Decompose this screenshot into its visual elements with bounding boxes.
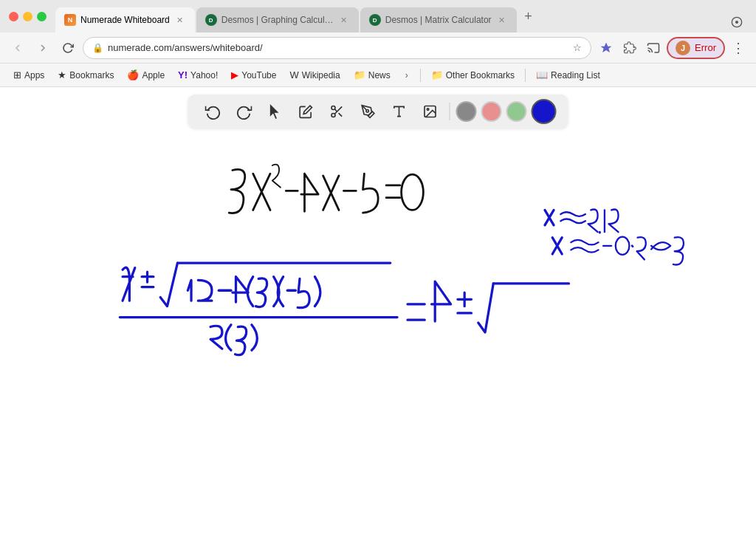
redo-button[interactable] (231, 98, 258, 125)
bookmark-apps-label: Apps (24, 70, 44, 81)
svg-point-3 (331, 106, 335, 110)
minimize-window-button[interactable] (23, 12, 32, 21)
marker-tool-button[interactable] (355, 98, 382, 125)
bookmark-apple-label: Apple (142, 70, 165, 81)
pencil-tool-button[interactable] (293, 98, 320, 125)
news-folder-icon: 📁 (354, 69, 365, 81)
color-swatch-pink[interactable] (481, 101, 502, 122)
svg-line-6 (339, 113, 343, 117)
numerade-favicon: N (64, 14, 76, 26)
nav-actions: J Error ⋮ (596, 37, 749, 59)
tab-title-1: Numerade Whiteboard (80, 15, 170, 25)
bookmark-separator-2 (525, 69, 526, 82)
reading-list-item[interactable]: 📖 Reading List (530, 67, 606, 83)
navigation-bar: 🔒 numerade.com/answers/whiteboard/ ☆ J E… (0, 32, 756, 64)
bookmark-wikipedia-label: Wikipedia (302, 70, 340, 81)
svg-point-4 (331, 114, 335, 117)
more-options-button[interactable]: ⋮ (728, 38, 749, 58)
bookmark-news[interactable]: 📁 News (348, 67, 396, 83)
color-swatch-blue[interactable] (532, 99, 557, 124)
whiteboard-canvas[interactable] (0, 136, 756, 548)
profile-avatar: J (676, 41, 690, 55)
image-tool-button[interactable] (417, 98, 444, 125)
tab-close-3[interactable]: ✕ (496, 14, 508, 26)
bookmark-yahoo-label: Yahoo! (190, 70, 218, 81)
bookmark-yahoo[interactable]: Y! Yahoo! (172, 67, 224, 83)
svg-point-13 (402, 174, 424, 210)
address-bar[interactable]: 🔒 numerade.com/answers/whiteboard/ ☆ (83, 37, 591, 59)
error-status: Error (695, 42, 716, 53)
bookmark-separator (420, 69, 421, 82)
apple-icon: 🍎 (127, 69, 139, 81)
profile-button[interactable]: J Error (667, 37, 725, 59)
fullscreen-window-button[interactable] (37, 12, 47, 21)
tab-numerade-whiteboard[interactable]: N Numerade Whiteboard ✕ (55, 7, 195, 32)
bookmark-apple[interactable]: 🍎 Apple (121, 67, 171, 83)
new-tab-button[interactable]: + (518, 6, 539, 27)
title-bar: N Numerade Whiteboard ✕ D Desmos | Graph… (0, 0, 756, 32)
tab-title-2: Desmos | Graphing Calcula... (221, 15, 334, 25)
tab-desmos-matrix[interactable]: D Desmos | Matrix Calculator ✕ (360, 7, 517, 32)
svg-point-8 (366, 110, 368, 112)
tabs-bar: N Numerade Whiteboard ✕ D Desmos | Graph… (55, 0, 747, 32)
bookmark-youtube-label: YouTube (241, 70, 276, 81)
puzzle-icon[interactable] (619, 38, 640, 58)
other-bookmarks-label: Other Bookmarks (446, 70, 515, 81)
svg-line-7 (334, 109, 337, 112)
youtube-icon: ▶ (231, 69, 238, 81)
other-bookmarks-icon: 📁 (431, 69, 443, 81)
bookmark-wikipedia[interactable]: W Wikipedia (284, 67, 346, 83)
undo-button[interactable] (200, 98, 227, 125)
apps-icon: ⊞ (13, 69, 21, 81)
extensions-icon[interactable] (726, 12, 747, 32)
toolbar-separator (450, 103, 450, 120)
svg-point-1 (735, 21, 738, 24)
color-swatch-gray[interactable] (456, 101, 477, 122)
yahoo-icon: Y! (178, 69, 188, 81)
text-tool-button[interactable] (386, 98, 413, 125)
cast-icon[interactable] (643, 38, 664, 58)
whiteboard-area (0, 87, 756, 548)
star-icon: ★ (58, 69, 66, 81)
bookmark-bookmarks[interactable]: ★ Bookmarks (52, 67, 120, 83)
bookmark-news-label: News (368, 70, 391, 81)
bookmark-youtube[interactable]: ▶ YouTube (225, 67, 282, 83)
scissors-tool-button[interactable] (324, 98, 351, 125)
lock-icon: 🔒 (92, 43, 103, 53)
reading-list-icon: 📖 (536, 69, 548, 81)
forward-button[interactable] (32, 38, 53, 58)
bookmark-apps[interactable]: ⊞ Apps (7, 67, 50, 83)
wikipedia-icon: W (289, 69, 298, 81)
bookmarks-bar: ⊞ Apps ★ Bookmarks 🍎 Apple Y! Yahoo! ▶ Y… (0, 64, 756, 87)
tab-title-3: Desmos | Matrix Calculator (385, 15, 492, 25)
desmos-favicon-1: D (205, 14, 217, 26)
address-text: numerade.com/answers/whiteboard/ (108, 42, 568, 53)
select-tool-button[interactable] (262, 98, 289, 125)
close-window-button[interactable] (9, 12, 18, 21)
traffic-lights (9, 12, 47, 21)
tab-close-1[interactable]: ✕ (174, 14, 186, 26)
back-button[interactable] (7, 38, 28, 58)
color-swatch-green[interactable] (506, 101, 527, 122)
whiteboard-toolbar (188, 95, 568, 129)
ai-button[interactable] (596, 38, 616, 58)
bookmark-overflow-button[interactable]: › (398, 66, 416, 84)
svg-point-14 (616, 237, 630, 255)
bookmark-bookmarks-label: Bookmarks (69, 70, 114, 81)
reload-button[interactable] (58, 38, 78, 58)
tab-close-2[interactable]: ✕ (338, 14, 350, 26)
svg-point-12 (427, 109, 429, 111)
desmos-favicon-2: D (369, 14, 381, 26)
bookmark-star-icon[interactable]: ☆ (573, 42, 582, 53)
reading-list-label: Reading List (551, 70, 600, 81)
bookmark-other[interactable]: 📁 Other Bookmarks (425, 67, 520, 83)
tab-desmos-graphing[interactable]: D Desmos | Graphing Calcula... ✕ (196, 7, 359, 32)
